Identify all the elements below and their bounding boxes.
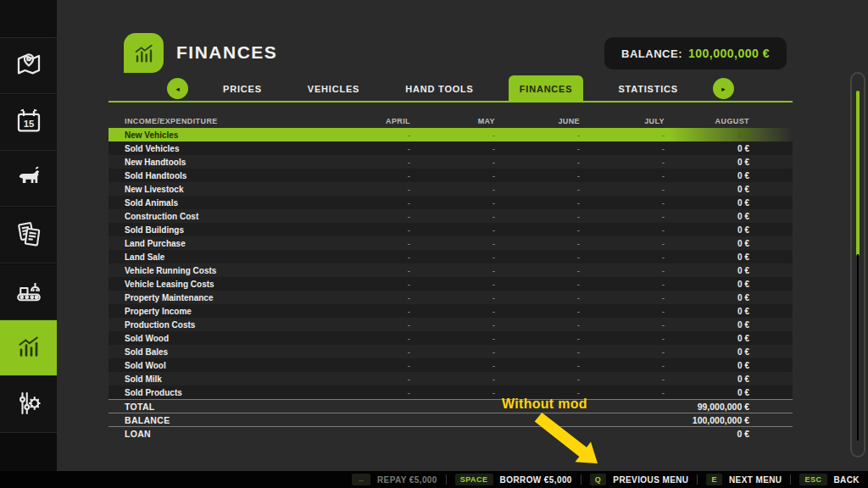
row-value: 0 €	[665, 158, 749, 167]
row-value: -	[326, 266, 410, 275]
table-row[interactable]: New Handtools----0 €	[108, 155, 793, 169]
sidebar-spacer	[0, 0, 57, 38]
table-body: New Vehicles----0 €Sold Vehicles----0 €N…	[108, 128, 793, 399]
row-value: 0 €	[665, 307, 749, 316]
row-value: -	[580, 388, 665, 397]
tab-statistics[interactable]: STATISTICS	[607, 77, 689, 101]
table-row[interactable]: Sold Buildings----0 €	[108, 223, 793, 236]
table-row[interactable]: Sold Handtools----0 €	[108, 169, 793, 182]
column-header: INCOME/EXPENDITURE	[108, 117, 326, 125]
row-value: -	[326, 347, 410, 357]
row-value: 0 €	[665, 185, 749, 194]
row-value: 0 €	[665, 347, 749, 357]
sidebar-item-finances[interactable]	[0, 320, 57, 376]
help-previous-menu[interactable]: QPREVIOUS MENU	[590, 474, 689, 485]
table-row[interactable]: Land Sale----0 €	[108, 250, 793, 263]
table-row[interactable]: Vehicle Leasing Costs----0 €	[108, 277, 793, 291]
row-value: 0 €	[665, 171, 749, 180]
table-row[interactable]: Property Maintenance----0 €	[108, 291, 793, 304]
contracts-icon	[14, 219, 44, 252]
table-row[interactable]: New Vehicles----0 €	[108, 128, 793, 141]
scrollbar[interactable]	[850, 72, 865, 458]
summary-row: TOTAL99,000,000 €	[108, 399, 793, 413]
tab-hand-tools[interactable]: HAND TOOLS	[394, 77, 485, 101]
table-row[interactable]: Sold Milk----0 €	[108, 372, 793, 385]
table-row[interactable]: New Livestock----0 €	[108, 182, 793, 196]
help-label: REPAY €5,000	[377, 475, 437, 485]
tab-vehicles[interactable]: VEHICLES	[297, 77, 370, 101]
table-row[interactable]: Sold Wood----0 €	[108, 331, 793, 345]
row-label: Sold Wool	[108, 361, 326, 370]
column-header: JUNE	[495, 117, 580, 125]
tab-prev-arrow[interactable]: ◂	[167, 78, 188, 99]
row-value: -	[580, 266, 665, 275]
row-value: -	[495, 212, 580, 221]
row-value: -	[495, 171, 580, 180]
column-header: JULY	[580, 117, 665, 125]
row-value: -	[495, 266, 580, 275]
help-next-menu[interactable]: ENEXT MENU	[706, 474, 782, 485]
table-row[interactable]: Sold Products----0 €	[108, 385, 793, 399]
row-value: -	[326, 144, 410, 153]
separator	[581, 474, 581, 485]
help-back[interactable]: ESCBACK	[799, 474, 860, 485]
sidebar-item-settings[interactable]	[0, 377, 57, 433]
table-row[interactable]: Sold Wool----0 €	[108, 358, 793, 372]
row-label: Sold Milk	[108, 374, 326, 384]
row-value: 0 €	[665, 198, 749, 208]
table-row[interactable]: Sold Vehicles----0 €	[108, 141, 793, 155]
table-row[interactable]: Production Costs----0 €	[108, 318, 793, 331]
table-row[interactable]: Vehicle Running Costs----0 €	[108, 263, 793, 277]
table-row[interactable]: Sold Animals----0 €	[108, 196, 793, 209]
row-value: -	[410, 212, 495, 221]
row-value: -	[495, 130, 580, 140]
row-value: -	[495, 144, 580, 153]
row-value: -	[580, 293, 665, 302]
row-value: -	[495, 334, 580, 343]
row-value: -	[495, 320, 580, 330]
help-borrow-5-000[interactable]: SPACEBORROW €5,000	[455, 474, 572, 485]
key-badge: ↔	[352, 474, 370, 485]
table-row[interactable]: Land Purchase----0 €	[108, 236, 793, 250]
row-label: Production Costs	[108, 320, 326, 330]
balance-badge: BALANCE: 100,000,000 €	[604, 37, 787, 69]
row-value: 0 €	[665, 361, 749, 370]
row-value: 0 €	[665, 374, 749, 384]
main-panel: FINANCES BALANCE: 100,000,000 € ◂ PRICES…	[57, 0, 868, 471]
tab-prices[interactable]: PRICES	[212, 77, 273, 101]
row-label: New Vehicles	[108, 130, 326, 140]
row-value: -	[410, 307, 495, 316]
row-value: -	[580, 130, 665, 140]
sidebar-item-animals[interactable]	[0, 151, 57, 207]
row-value: -	[580, 158, 665, 167]
table-row[interactable]: Property Income----0 €	[108, 304, 793, 318]
row-label: Sold Buildings	[108, 225, 326, 235]
sidebar-item-contracts[interactable]	[0, 208, 57, 263]
row-value: -	[580, 171, 665, 180]
row-label: Land Sale	[108, 252, 326, 262]
svg-text:15: 15	[23, 118, 34, 128]
sidebar-item-calendar[interactable]: 15	[0, 95, 57, 151]
column-header: MAY	[410, 117, 495, 125]
table-row[interactable]: Construction Cost----0 €	[108, 209, 793, 223]
row-label: Sold Vehicles	[108, 144, 326, 153]
row-value: -	[580, 280, 665, 289]
row-value: -	[410, 266, 495, 275]
row-value: -	[326, 225, 410, 235]
tab-finances[interactable]: FINANCES	[509, 75, 584, 102]
row-value: -	[495, 374, 580, 384]
production-icon	[14, 275, 44, 309]
tab-next-arrow[interactable]: ▸	[713, 78, 734, 99]
help-label: BORROW €5,000	[500, 475, 572, 485]
table-row[interactable]: Sold Bales----0 €	[108, 345, 793, 358]
scrollbar-thumb[interactable]	[856, 91, 860, 256]
row-value: -	[580, 252, 665, 262]
sidebar-item-map[interactable]	[0, 38, 57, 94]
row-value: -	[580, 320, 665, 330]
row-label: Construction Cost	[108, 212, 326, 221]
settings-icon	[14, 388, 44, 422]
row-value: 0 €	[665, 293, 749, 302]
sidebar-item-production[interactable]	[0, 264, 57, 320]
row-value: -	[580, 374, 665, 384]
row-value: -	[410, 320, 495, 330]
